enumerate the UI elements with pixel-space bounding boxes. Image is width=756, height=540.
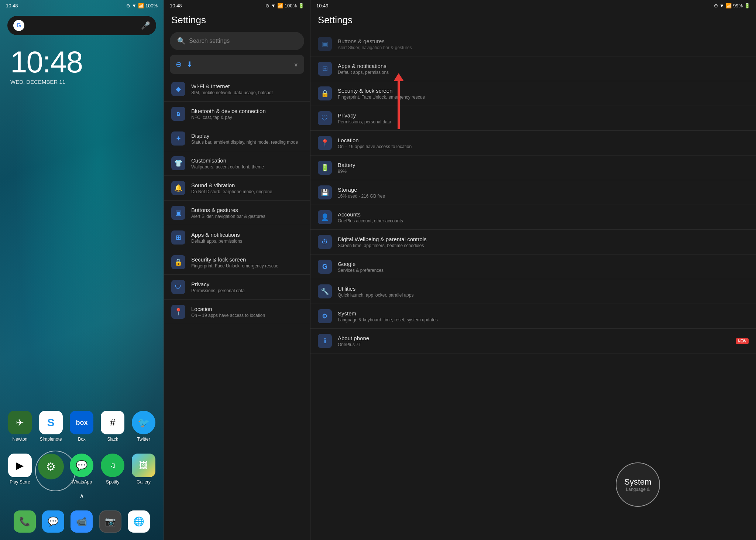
display-settings-icon: ✦ — [171, 131, 185, 146]
s2-security-item[interactable]: 🔒 Security & lock screen Fingerprint, Fa… — [310, 81, 756, 106]
sound-item-text: Sound & vibration Do Not Disturb, earpho… — [191, 182, 303, 194]
spotify-music-icon: ♫ — [110, 461, 116, 470]
simplenote-s-icon: S — [47, 416, 55, 429]
s2-apps-item[interactable]: ⊞ Apps & notifications Default apps, per… — [310, 57, 756, 81]
app-playstore[interactable]: ▶ Play Store — [6, 454, 34, 485]
spotify-label: Spotify — [106, 479, 120, 485]
mic-icon[interactable]: 🎤 — [141, 21, 150, 30]
s2-accounts-text: Accounts OnePlus account, other accounts — [338, 211, 749, 223]
s2-storage-text: Storage 16% used · 216 GB free — [338, 187, 749, 199]
suggestion-minus-icon: ⊖ — [176, 60, 182, 69]
s2-battery: 99% — [733, 3, 743, 8]
s2-security-icon: 🔒 — [318, 86, 332, 100]
dock-phone[interactable]: 📞 — [14, 510, 36, 533]
s1-battery-icon: 🔋 — [298, 3, 304, 8]
gallery-label: Gallery — [137, 479, 151, 485]
buttons-icon-symbol: ▣ — [175, 209, 182, 217]
s2-utilities-item[interactable]: 🔧 Utilities Quick launch, app locker, pa… — [310, 279, 756, 304]
custom-settings-icon: 👕 — [171, 156, 185, 170]
s2-storage-item[interactable]: 💾 Storage 16% used · 216 GB free — [310, 180, 756, 205]
s2-battery-icon-box: 🔋 — [318, 161, 332, 175]
dock-zoom[interactable]: 📹 — [71, 510, 93, 533]
s2-system-icon: ⚙ — [318, 309, 332, 323]
settings-wifi-item[interactable]: ◆ Wi-Fi & Internet SIM, mobile network, … — [164, 77, 310, 102]
s2-storage-title: Storage — [338, 187, 749, 193]
newton-label: Newton — [13, 437, 28, 442]
wifi-item-sub: SIM, mobile network, data usage, hotspot — [191, 90, 303, 95]
s2-system-item[interactable]: ⚙ System Language & keyboard, time, rese… — [310, 304, 756, 329]
dock-camera[interactable]: 📷 — [99, 510, 121, 533]
settings2-time: 10:49 — [316, 3, 329, 8]
app-gallery[interactable]: 🖼 Gallery — [130, 454, 158, 485]
s1-battery: 100% — [285, 3, 297, 8]
s2-battery-title: Battery — [338, 162, 749, 168]
s2-buttons-icon: ▣ — [318, 37, 332, 51]
app-simplenote[interactable]: S Simplenote — [37, 411, 65, 442]
settings-search-bar[interactable]: 🔍 Search settings — [170, 32, 304, 50]
settings1-title: Settings — [164, 11, 310, 32]
security-item-sub: Fingerprint, Face Unlock, emergency resc… — [191, 263, 303, 269]
s2-utilities-symbol: 🔧 — [321, 287, 329, 295]
s2-wifi-icon: ▼ — [719, 3, 724, 8]
s2-buttons-text: Buttons & gestures Alert Slider, navigat… — [338, 38, 749, 50]
s2-system-title: System — [338, 310, 749, 317]
settings2-title: Settings — [310, 11, 756, 32]
s2-wellbeing-item[interactable]: ⏱ Digital Wellbeing & parental controls … — [310, 230, 756, 254]
s2-buttons-item[interactable]: ▣ Buttons & gestures Alert Slider, navig… — [310, 32, 756, 57]
s2-privacy-icon: 🛡 — [318, 111, 332, 125]
dock-messages[interactable]: 💬 — [42, 510, 64, 533]
twitter-label: Twitter — [137, 437, 150, 442]
custom-icon-symbol: 👕 — [174, 159, 182, 167]
s2-minus-icon: ⊖ — [714, 3, 718, 8]
system-circle-sub: Language & — [626, 487, 650, 492]
privacy-shield-icon: 🛡 — [175, 283, 182, 291]
s2-about-icon: ℹ — [318, 334, 332, 348]
settings-sound-item[interactable]: 🔔 Sound & vibration Do Not Disturb, earp… — [164, 176, 310, 201]
s2-google-sub: Services & preferences — [338, 268, 749, 273]
app-spotify[interactable]: ♫ Spotify — [99, 454, 127, 485]
s2-wellbeing-title: Digital Wellbeing & parental controls — [338, 236, 749, 242]
battery-text: 100% — [145, 3, 158, 8]
suggestion-bar[interactable]: ⊖ ⬇ ∨ — [170, 55, 304, 74]
bluetooth-item-text: Bluetooth & device connection NFC, cast,… — [191, 108, 303, 120]
s2-battery-item[interactable]: 🔋 Battery 99% — [310, 155, 756, 180]
settings-security-item[interactable]: 🔒 Security & lock screen Fingerprint, Fa… — [164, 250, 310, 275]
location-item-text: Location On – 19 apps have access to loc… — [191, 306, 303, 318]
s2-privacy-item[interactable]: 🛡 Privacy Permissions, personal data — [310, 106, 756, 131]
box-label: Box — [78, 437, 86, 442]
s2-google-symbol: G — [322, 263, 327, 271]
settings-panel-1: 10:48 ⊖ ▼ 📶 100% 🔋 Settings 🔍 Search set… — [164, 0, 310, 540]
s2-accounts-icon: 👤 — [318, 210, 332, 224]
app-newton[interactable]: ✈ Newton — [6, 411, 34, 442]
app-twitter[interactable]: 🐦 Twitter — [130, 411, 158, 442]
s2-location-item[interactable]: 📍 Location On – 19 apps have access to l… — [310, 131, 756, 155]
app-slack[interactable]: # Slack — [99, 411, 127, 442]
settings-buttons-item[interactable]: ▣ Buttons & gestures Alert Slider, navig… — [164, 201, 310, 225]
app-settings[interactable]: ⚙ — [37, 454, 65, 485]
bluetooth-item-title: Bluetooth & device connection — [191, 108, 303, 114]
buttons-item-title: Buttons & gestures — [191, 207, 303, 213]
s2-about-item[interactable]: ℹ About phone OnePlus 7T NEW — [310, 329, 756, 353]
s2-google-item[interactable]: G Google Services & preferences — [310, 254, 756, 279]
location-settings-icon: 📍 — [171, 305, 185, 319]
settings-panel-2: 10:49 ⊖ ▼ 📶 99% 🔋 Settings ▣ Buttons & g… — [310, 0, 756, 540]
settings-location-item[interactable]: 📍 Location On – 19 apps have access to l… — [164, 300, 310, 324]
app-box[interactable]: box Box — [68, 411, 96, 442]
bluetooth-settings-icon: ʙ — [171, 107, 185, 121]
settings-display-item[interactable]: ✦ Display Status bar, ambient display, n… — [164, 126, 310, 151]
s2-accounts-item[interactable]: 👤 Accounts OnePlus account, other accoun… — [310, 205, 756, 230]
display-icon-symbol: ✦ — [176, 134, 181, 143]
slack-label: Slack — [107, 437, 118, 442]
custom-item-title: Customisation — [191, 157, 303, 164]
settings-privacy-item[interactable]: 🛡 Privacy Permissions, personal data — [164, 275, 310, 300]
buttons-settings-icon: ▣ — [171, 206, 185, 220]
s2-wellbeing-symbol: ⏱ — [322, 238, 328, 246]
s2-system-symbol: ⚙ — [322, 312, 328, 320]
dock-chrome[interactable]: 🌐 — [128, 510, 150, 533]
settings-custom-item[interactable]: 👕 Customisation Wallpapers, accent color… — [164, 151, 310, 176]
suggestion-download-icon: ⬇ — [186, 60, 193, 69]
settings-bluetooth-item[interactable]: ʙ Bluetooth & device connection NFC, cas… — [164, 102, 310, 126]
settings-apps-item[interactable]: ⊞ Apps & notifications Default apps, per… — [164, 225, 310, 250]
google-search-bar[interactable]: G 🎤 — [7, 16, 156, 35]
s1-signal-icon: 📶 — [277, 3, 283, 8]
